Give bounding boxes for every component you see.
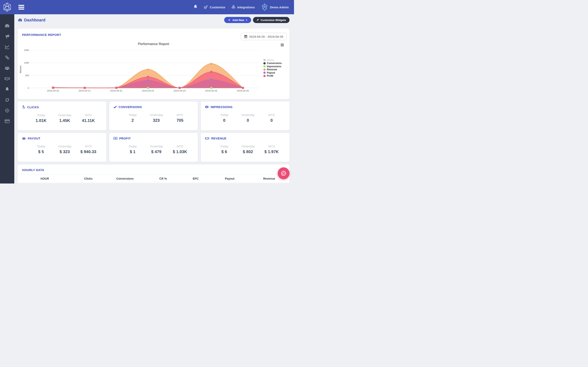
check-icon [113,106,117,108]
user-menu[interactable]: Demo Admin [261,3,289,11]
stat-title: REVENUE [211,137,226,140]
customize-widgets-button[interactable]: Customize Widgets [253,17,290,23]
table-header-row: HOUR Clicks Conversions CR % EPC Payout … [17,175,290,183]
legend-item-profit[interactable]: Profit [263,75,282,77]
stat-value: 0 [212,118,236,123]
date-range-value: 2019-04-20 - 2019-04-26 [249,35,283,38]
sidebar-item-billing[interactable] [0,116,14,126]
stat-value: $ 6 [212,150,236,154]
stat-value: $ 1.97K [260,150,283,154]
legend-item-clicks[interactable]: Clicks [263,59,282,61]
handshake-icon [4,77,10,81]
legend-swatch [263,68,266,71]
support-fab-button[interactable] [278,167,290,179]
table-row: 12 am - 1 am 60 0 0 $ 0 $ 0 $ 0 [17,183,290,184]
page-title: Dashboard [18,18,45,22]
notifications-bell-icon[interactable] [194,5,198,10]
sidebar-item-campaigns[interactable] [0,31,14,42]
sidebar-item-links[interactable] [0,52,14,63]
hourly-data-card: HOURLY DATA HOUR Clicks Conversions CR %… [17,165,290,184]
legend-swatch [263,62,266,64]
cubes-icon [231,5,236,9]
chart-title: Performance Report [17,42,290,46]
stat-title: PROFIT [119,137,131,140]
stat-title: CLICKS [27,105,39,109]
logo-hexagon-icon [3,3,11,12]
stat-value: $ 5 [29,150,53,154]
stat-value: $ 479 [145,150,168,154]
life-ring-icon [281,170,287,176]
legend-item-revenue[interactable]: Revenue [263,68,282,71]
sidebar [0,14,14,184]
cell-cr: 0 [145,183,181,184]
sidebar-item-partners[interactable] [0,73,14,84]
cell-epc: $ 0 [181,183,211,184]
chart-xaxis-labels: 2019-04-202019-04-21 2019-04-222019-04-2… [37,90,259,92]
stat-title: CONVERSIONS [119,105,142,109]
stat-card-revenue: REVENUE Today$ 6 Yesterday$ 802 MTD$ 1.9… [201,133,290,162]
performance-chart [17,48,290,89]
date-range-picker[interactable]: 2019-04-20 - 2019-04-26 [241,33,287,40]
hourly-data-table: HOUR Clicks Conversions CR % EPC Payout … [17,175,290,184]
credit-card-icon [5,119,9,123]
legend-item-payout[interactable]: Payout [263,71,282,74]
sidebar-item-messages[interactable] [0,95,14,105]
stat-title: PAYOUT [28,137,40,140]
stat-value: 41.11K [77,118,100,123]
add-new-button[interactable]: ＋ Add New ▼ [224,17,251,23]
legend-swatch [263,72,266,74]
sidebar-item-support[interactable] [0,105,14,116]
users-icon [4,66,10,70]
stat-value: 1.45K [53,118,77,123]
chart-line-icon [5,45,9,49]
sidebar-item-reports[interactable] [0,42,14,52]
performance-report-card: PERFORMANCE REPORT 2019-04-20 - 2019-04-… [17,29,290,99]
performance-report-title: PERFORMANCE REPORT [22,33,61,36]
page-header: Dashboard ＋ Add New ▼ Customize Widgets [14,14,294,26]
stat-card-payout: PAYOUT Today$ 5 Yesterday$ 323 MTD$ 940.… [17,133,106,162]
stat-card-conversions: CONVERSIONS Today2 Yesterday323 MTD705 [109,101,198,131]
legend-swatch [263,65,266,67]
nav-integrations-label: Integrations [237,6,255,9]
stat-value: 323 [145,118,168,123]
stat-value: $ 323 [53,150,77,154]
avatar [261,3,268,11]
stat-value: 1.01K [29,118,53,123]
stat-value: 2 [121,118,145,123]
calendar-icon [244,35,247,38]
legend-item-conversions[interactable]: Conversions [263,62,282,65]
sidebar-toggle-button[interactable] [18,5,24,9]
legend-swatch [263,75,266,77]
chart-context-menu-icon[interactable] [281,44,284,46]
wrench-icon [256,18,259,21]
eye-icon [205,106,209,108]
handshake-icon [205,137,209,140]
money-bill-icon [113,137,117,140]
stat-value: 705 [168,118,192,123]
sidebar-item-affiliates[interactable] [0,63,14,73]
legend-item-impressions[interactable]: Impressions [263,65,282,68]
cell-conversions: 0 [104,183,145,184]
nav-customize-label: Customize [210,6,225,9]
sidebar-item-dashboard[interactable] [0,20,14,31]
caret-down-icon: ▼ [246,19,248,21]
bullhorn-icon [5,34,9,39]
nav-integrations[interactable]: Integrations [231,5,255,9]
link-icon [5,55,9,60]
legend-swatch [263,59,266,61]
life-ring-icon [5,108,9,113]
top-navbar: Customize Integrations [0,0,294,14]
stat-value: 0 [236,118,260,123]
gauge-icon [5,24,9,28]
stat-value: $ 1 [121,150,145,154]
app-logo[interactable] [0,3,14,12]
hand-pointer-icon [22,105,25,109]
stat-card-impressions: IMPRESSIONS Today0 Yesterday0 MTD0 [201,101,290,131]
users-icon [22,137,26,140]
plus-icon: ＋ [228,18,231,22]
stat-card-profit: PROFIT Today$ 1 Yesterday$ 479 MTD$ 1.03… [109,133,198,162]
stats-grid: CLICKS Today1.01K Yesterday1.45K MTD41.1… [17,101,290,162]
cell-hour: 12 am - 1 am [17,183,72,184]
sidebar-item-notifications[interactable] [0,84,14,95]
nav-customize[interactable]: Customize [204,5,225,9]
